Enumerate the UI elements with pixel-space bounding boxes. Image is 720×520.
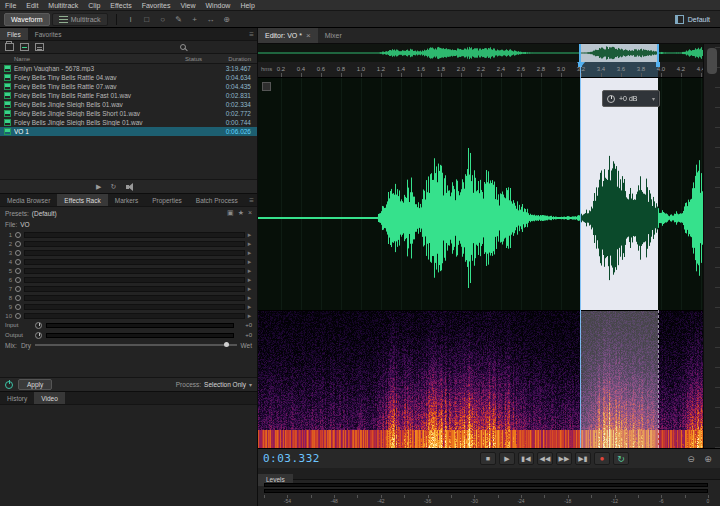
- effect-slot[interactable]: 6 ▸: [3, 275, 254, 284]
- file-row[interactable]: VO 1 0:06.026: [0, 127, 257, 136]
- skip-to-end-button[interactable]: ▶▮: [575, 452, 591, 465]
- workspace-switcher[interactable]: Default: [688, 16, 710, 23]
- chevron-right-icon[interactable]: ▸: [245, 239, 254, 248]
- stop-button[interactable]: ■: [480, 452, 496, 465]
- panel-tab-media-browser[interactable]: Media Browser: [0, 194, 57, 206]
- menu-item-edit[interactable]: Edit: [21, 0, 43, 11]
- volume-knob-icon[interactable]: [607, 95, 615, 103]
- chevron-right-icon[interactable]: ▸: [245, 293, 254, 302]
- file-row[interactable]: Foley Bells Jingle Sleigh Bells Short 01…: [0, 109, 257, 118]
- panel-tab-video[interactable]: Video: [34, 392, 65, 404]
- spectrogram-canvas[interactable]: [258, 311, 703, 449]
- rewind-button[interactable]: ◀◀: [537, 452, 553, 465]
- fast-forward-button[interactable]: ▶▶: [556, 452, 572, 465]
- loop-button[interactable]: ↻: [613, 452, 629, 465]
- multitrack-view-button[interactable]: Multitrack: [52, 13, 108, 26]
- effect-slot-field[interactable]: [24, 241, 245, 247]
- menu-item-file[interactable]: File: [0, 0, 21, 11]
- chevron-right-icon[interactable]: ▸: [245, 230, 254, 239]
- effect-slot[interactable]: 7 ▸: [3, 284, 254, 293]
- media-list-icon[interactable]: [35, 43, 44, 51]
- files-column-headers[interactable]: Name Status Duration: [0, 54, 257, 64]
- panel-tab-batch-process[interactable]: Batch Process: [189, 194, 245, 206]
- playhead-line[interactable]: [580, 62, 581, 448]
- timeline-ruler[interactable]: hms 0.2 0.4 0.6 0.8 1.0 1.2 1.4 1.6 1.8 …: [258, 62, 703, 78]
- panel-tab-properties[interactable]: Properties: [145, 194, 189, 206]
- power-toggle-icon[interactable]: [15, 295, 21, 301]
- effect-slot[interactable]: 3 ▸: [3, 248, 254, 257]
- menu-item-effects[interactable]: Effects: [105, 0, 136, 11]
- chevron-right-icon[interactable]: ▸: [245, 311, 254, 320]
- zoom-in-icon[interactable]: ⊕: [701, 454, 715, 464]
- selection-edge-right[interactable]: [658, 310, 659, 448]
- chevron-right-icon[interactable]: ▸: [245, 266, 254, 275]
- output-gain-knob[interactable]: [35, 332, 42, 339]
- panel-menu-icon[interactable]: ≡: [249, 194, 254, 207]
- effect-slot-field[interactable]: [24, 259, 245, 265]
- column-status[interactable]: Status: [185, 56, 215, 62]
- process-value-dropdown[interactable]: Selection Only: [204, 381, 246, 388]
- overview-waveform[interactable]: [258, 44, 703, 62]
- effect-slot-field[interactable]: [24, 286, 245, 292]
- waveform-display[interactable]: +0 dB ▾: [258, 78, 703, 310]
- slip-tool-icon[interactable]: ↔: [205, 13, 217, 25]
- skip-to-start-button[interactable]: ▮◀: [518, 452, 534, 465]
- overview-strip[interactable]: [258, 44, 703, 62]
- menu-item-view[interactable]: View: [175, 0, 200, 11]
- effect-slot[interactable]: 2 ▸: [3, 239, 254, 248]
- mix-slider[interactable]: [35, 344, 237, 346]
- effect-slot-field[interactable]: [24, 250, 245, 256]
- tab-mixer[interactable]: Mixer: [318, 28, 349, 43]
- chevron-right-icon[interactable]: ▸: [245, 248, 254, 257]
- chevron-right-icon[interactable]: ▸: [245, 284, 254, 293]
- play-button[interactable]: ▶: [499, 452, 515, 465]
- time-selection-tool-icon[interactable]: I: [125, 13, 137, 25]
- close-icon[interactable]: ×: [306, 31, 311, 40]
- hud-expand-icon[interactable]: ▾: [652, 95, 655, 102]
- menu-item-multitrack[interactable]: Multitrack: [43, 0, 83, 11]
- effect-slot[interactable]: 1 ▸: [3, 230, 254, 239]
- open-file-icon[interactable]: [5, 43, 14, 51]
- menu-item-help[interactable]: Help: [235, 0, 259, 11]
- power-toggle-icon[interactable]: [15, 304, 21, 310]
- power-toggle-icon[interactable]: [15, 313, 21, 319]
- lasso-tool-icon[interactable]: ○: [157, 13, 169, 25]
- panel-tab-effects-rack[interactable]: Effects Rack: [57, 194, 107, 206]
- column-duration[interactable]: Duration: [215, 56, 257, 62]
- apply-button[interactable]: Apply: [18, 379, 52, 390]
- waveform-view-button[interactable]: Waveform: [4, 13, 50, 26]
- vertical-scrollbar-thumb[interactable]: [707, 48, 717, 74]
- waveform-canvas[interactable]: [258, 78, 703, 310]
- effect-slot-field[interactable]: [24, 304, 245, 310]
- files-tab-files[interactable]: Files: [0, 28, 28, 40]
- power-toggle-icon[interactable]: [15, 232, 21, 238]
- power-toggle-icon[interactable]: [15, 250, 21, 256]
- file-row[interactable]: Foley Bells Tiny Bells Rattle Fast 01.wa…: [0, 91, 257, 100]
- marquee-tool-icon[interactable]: □: [141, 13, 153, 25]
- record-button[interactable]: ●: [594, 452, 610, 465]
- menu-item-clip[interactable]: Clip: [83, 0, 105, 11]
- import-file-icon[interactable]: [20, 43, 29, 51]
- spectrogram-display[interactable]: [258, 310, 703, 448]
- volume-icon[interactable]: [125, 182, 135, 192]
- file-row[interactable]: Foley Bells Tiny Bells Rattle 04.wav 0:0…: [0, 73, 257, 82]
- mix-slider-handle[interactable]: [224, 342, 229, 347]
- play-icon[interactable]: ▶: [96, 180, 101, 194]
- spot-heal-tool-icon[interactable]: +: [189, 13, 201, 25]
- effect-slot-field[interactable]: [24, 268, 245, 274]
- effects-power-icon[interactable]: [5, 381, 13, 389]
- preset-delete-icon[interactable]: ×: [248, 209, 252, 217]
- power-toggle-icon[interactable]: [15, 241, 21, 247]
- panel-tab-markers[interactable]: Markers: [108, 194, 145, 206]
- chevron-right-icon[interactable]: ▸: [245, 302, 254, 311]
- column-name[interactable]: Name: [14, 56, 185, 62]
- preset-save-icon[interactable]: ▣: [227, 209, 234, 217]
- effect-slot[interactable]: 8 ▸: [3, 293, 254, 302]
- file-row[interactable]: Foley Bells Jingle Sleigh Bells Single 0…: [0, 118, 257, 127]
- power-toggle-icon[interactable]: [15, 259, 21, 265]
- files-tab-favorites[interactable]: Favorites: [28, 28, 69, 40]
- effect-slot-field[interactable]: [24, 277, 245, 283]
- panel-tab-history[interactable]: History: [0, 392, 34, 404]
- file-row[interactable]: Foley Bells Jingle Sleigh Bells 01.wav 0…: [0, 100, 257, 109]
- file-row[interactable]: Foley Bells Tiny Bells Rattle 07.wav 0:0…: [0, 82, 257, 91]
